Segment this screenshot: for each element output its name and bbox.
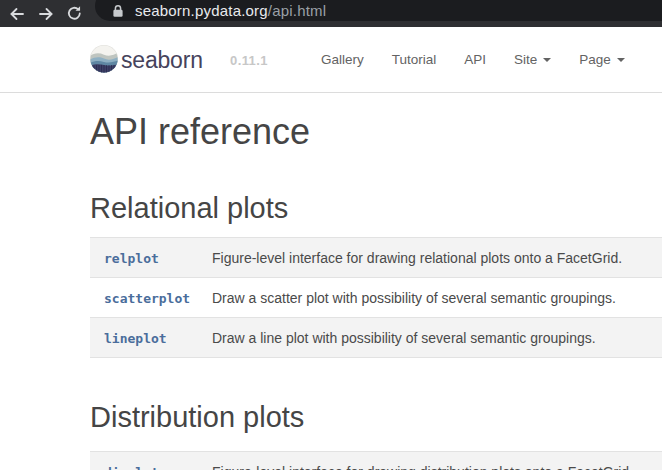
brand-wordmark[interactable]: seaborn xyxy=(121,46,203,73)
nav-tutorial[interactable]: Tutorial xyxy=(392,52,437,67)
browser-back-button[interactable] xyxy=(4,0,30,27)
nav-page-label: Page xyxy=(579,52,611,67)
page-content: API reference Relational plots relplot F… xyxy=(0,93,662,470)
caret-down-icon xyxy=(617,58,625,62)
relational-plots-table: relplot Figure-level interface for drawi… xyxy=(90,237,662,358)
browser-forward-button[interactable] xyxy=(33,0,59,27)
table-row: relplot Figure-level interface for drawi… xyxy=(90,238,662,278)
seaborn-logo-icon xyxy=(90,45,118,73)
browser-toolbar: seaborn.pydata.org/api.html xyxy=(0,0,662,27)
nav-gallery-label: Gallery xyxy=(321,52,364,67)
nav-api-label: API xyxy=(464,52,486,67)
back-arrow-icon xyxy=(8,5,26,23)
nav-page-dropdown[interactable]: Page xyxy=(579,52,625,67)
nav-site-label: Site xyxy=(514,52,537,67)
row-description: Figure-level interface for drawing relat… xyxy=(212,238,662,278)
reload-icon xyxy=(66,5,83,22)
section-heading-distribution: Distribution plots xyxy=(90,401,662,433)
lock-icon[interactable] xyxy=(112,4,124,18)
site-header: seaborn 0.11.1 Gallery Tutorial API Site… xyxy=(0,27,662,93)
link-scatterplot[interactable]: scatterplot xyxy=(104,291,190,306)
seaborn-logo[interactable] xyxy=(90,45,118,73)
url-host: seaborn.pydata.org xyxy=(135,2,268,19)
section-heading-relational: Relational plots xyxy=(90,192,662,224)
distribution-plots-table: displot Figure-level interface for drawi… xyxy=(90,451,662,470)
nav-gallery[interactable]: Gallery xyxy=(321,52,364,67)
main-nav: Gallery Tutorial API Site Page xyxy=(321,27,625,92)
caret-down-icon xyxy=(543,58,551,62)
table-row: lineplot Draw a line plot with possibili… xyxy=(90,318,662,358)
row-description: Draw a line plot with possibility of sev… xyxy=(212,318,662,358)
row-description: Figure-level interface for drawing distr… xyxy=(212,452,662,470)
nav-site-dropdown[interactable]: Site xyxy=(514,52,551,67)
table-row: scatterplot Draw a scatter plot with pos… xyxy=(90,278,662,318)
browser-window: seaborn.pydata.org/api.html xyxy=(0,0,662,470)
url-bar[interactable]: seaborn.pydata.org/api.html xyxy=(95,0,662,21)
url-text: seaborn.pydata.org/api.html xyxy=(135,2,326,19)
forward-arrow-icon xyxy=(37,5,55,23)
row-description: Draw a scatter plot with possibility of … xyxy=(212,278,662,318)
nav-tutorial-label: Tutorial xyxy=(392,52,437,67)
link-displot[interactable]: displot xyxy=(104,465,159,470)
page-title: API reference xyxy=(90,112,662,152)
url-path: /api.html xyxy=(268,2,327,19)
link-relplot[interactable]: relplot xyxy=(104,251,159,266)
table-row: displot Figure-level interface for drawi… xyxy=(90,452,662,470)
browser-reload-button[interactable] xyxy=(61,0,87,27)
nav-api[interactable]: API xyxy=(464,52,486,67)
link-lineplot[interactable]: lineplot xyxy=(104,331,167,346)
version-badge: 0.11.1 xyxy=(230,52,268,67)
